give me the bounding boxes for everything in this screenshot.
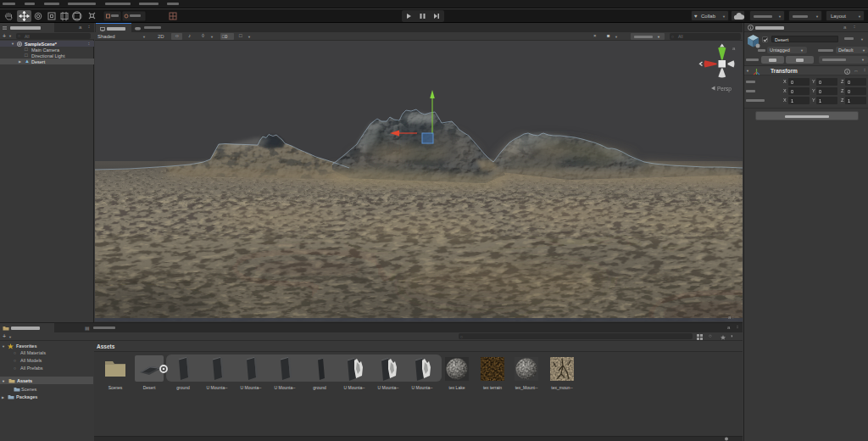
- svg-text:ground: ground: [176, 385, 190, 390]
- svg-text:Persp: Persp: [717, 86, 732, 92]
- svg-text:tex_moun--: tex_moun--: [551, 385, 573, 390]
- svg-text:U Mounta--: U Mounta--: [343, 385, 364, 390]
- svg-text:a :: a :: [728, 315, 734, 320]
- svg-text:ground: ground: [313, 385, 326, 390]
- svg-text:U Mounta--: U Mounta--: [274, 385, 295, 390]
- svg-text:Assets: Assets: [97, 343, 115, 349]
- svg-text:tex Lake: tex Lake: [449, 385, 465, 390]
- svg-text:U Mounta--: U Mounta--: [240, 385, 261, 390]
- svg-text:Scenes: Scenes: [108, 385, 123, 390]
- svg-text:tex terrain: tex terrain: [483, 385, 502, 390]
- svg-text:Desert: Desert: [143, 385, 156, 390]
- svg-text:U Mounta--: U Mounta--: [411, 385, 432, 390]
- svg-text:U Mounta--: U Mounta--: [377, 385, 398, 390]
- svg-text:tex_Mount--: tex_Mount--: [515, 385, 538, 390]
- svg-text:U Mounta--: U Mounta--: [206, 385, 227, 390]
